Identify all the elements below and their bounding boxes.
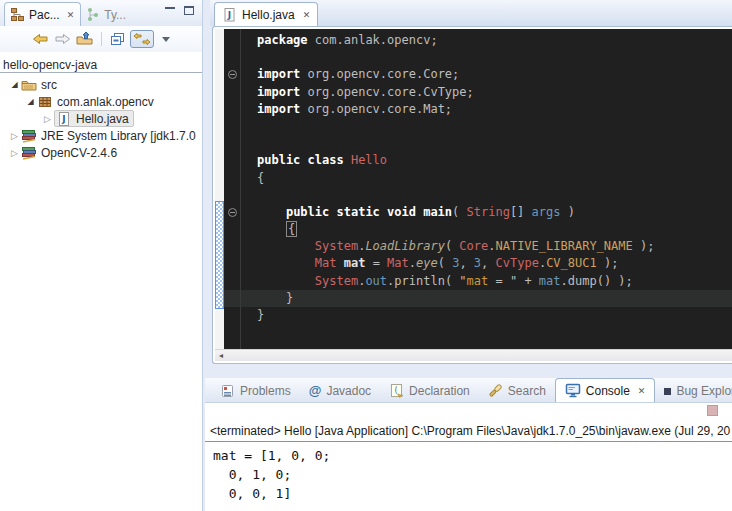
svg-text:J: J [61, 114, 65, 124]
close-icon[interactable]: ✕ [67, 10, 75, 20]
code-line[interactable]: System.LoadLibrary( Core.NATIVE_LIBRARY_… [224, 238, 732, 255]
collapse-arrow-icon[interactable]: ▷ [8, 131, 21, 141]
fold-collapse-icon[interactable] [224, 66, 240, 83]
maximize-icon[interactable] [184, 6, 194, 15]
gutter-cell [224, 135, 240, 152]
forward-button[interactable] [54, 31, 71, 47]
editor-horizontal-scrollbar[interactable]: ◂ [215, 349, 732, 361]
tree-item-label: JRE System Library [jdk1.7.0 [41, 129, 196, 143]
collapse-all-button[interactable] [109, 31, 125, 47]
view-menu-button[interactable] [159, 32, 170, 46]
tab-label: Pac... [29, 8, 60, 22]
fold-collapse-icon[interactable] [224, 204, 240, 221]
close-icon[interactable]: ✕ [638, 386, 646, 396]
javadoc-icon: @ [309, 383, 322, 398]
tab-label: Javadoc [326, 384, 371, 398]
code-editor[interactable]: package com.anlak.opencv;import org.open… [212, 26, 732, 364]
expand-arrow-icon[interactable]: ◢ [24, 97, 37, 106]
code-text: } [240, 307, 264, 324]
library-icon [21, 145, 37, 161]
code-line[interactable] [224, 187, 732, 204]
code-line[interactable]: import org.opencv.core.Mat; [224, 101, 732, 118]
tab-type-hierarchy[interactable]: Ty... [81, 3, 132, 26]
collapse-all-icon [109, 31, 125, 47]
svg-text:J: J [227, 10, 231, 20]
close-icon[interactable]: ✕ [303, 10, 311, 20]
up-button[interactable] [76, 31, 94, 47]
code-line[interactable]: import org.opencv.core.CvType; [224, 84, 732, 101]
problems-icon [220, 383, 235, 398]
gutter-cell [224, 307, 240, 324]
tab-declaration[interactable]: ( Declaration [380, 379, 479, 402]
editor-tab-hello-java[interactable]: J Hello.java ✕ [214, 2, 318, 26]
tree-item-hello-java[interactable]: ▷ J Hello.java [0, 110, 202, 127]
code-line[interactable] [224, 49, 732, 66]
package-explorer-icon [10, 7, 25, 22]
tab-label: Bug Explorer [676, 384, 732, 398]
link-with-editor-button[interactable] [130, 30, 154, 48]
code-text: } [240, 290, 293, 307]
code-text: import org.opencv.core.CvType; [240, 84, 474, 101]
code-line[interactable]: package com.anlak.opencv; [224, 32, 732, 49]
minimize-icon[interactable] [165, 7, 175, 16]
gutter-cell [224, 170, 240, 187]
tree-item-project[interactable]: hello-opencv-java [0, 57, 202, 73]
tab-package-explorer[interactable]: Pac... ✕ [4, 2, 81, 26]
tab-search[interactable]: Search [479, 379, 555, 402]
method-range-indicator [215, 201, 224, 309]
tab-console[interactable]: Console ✕ [555, 378, 656, 402]
tree-item-label: OpenCV-2.4.6 [41, 146, 117, 160]
code-line[interactable]: public static void main( String[] args ) [224, 204, 732, 221]
svg-text:(: ( [395, 386, 398, 395]
tab-label: Declaration [409, 384, 470, 398]
selected-tree-item[interactable]: J Hello.java [54, 110, 134, 127]
gutter-cell [224, 273, 240, 290]
back-button[interactable] [32, 31, 49, 47]
console-output[interactable]: mat = [1, 0, 0; 0, 1, 0; 0, 0, 1] [213, 446, 732, 503]
scroll-left-arrow-icon[interactable]: ◂ [219, 351, 223, 360]
search-icon [488, 383, 503, 398]
gutter-cell [224, 118, 240, 135]
console-view: <terminated> Hello [Java Application] C:… [205, 403, 732, 511]
annotation-ruler[interactable] [215, 29, 224, 349]
back-arrow-icon [32, 31, 49, 47]
tree-item-package[interactable]: ◢ com.anlak.opencv [0, 93, 202, 110]
expand-arrow-icon[interactable]: ◢ [8, 80, 21, 89]
package-folder-icon [21, 77, 37, 93]
project-label: hello-opencv-java [3, 58, 97, 72]
terminate-button[interactable] [707, 405, 718, 416]
code-line[interactable]: System.out.println( "mat = " + mat.dump(… [224, 273, 732, 290]
tree-item-label: src [41, 78, 57, 92]
gutter-cell [224, 238, 240, 255]
code-line-current[interactable]: } [224, 290, 732, 307]
code-line[interactable] [224, 118, 732, 135]
code-line[interactable]: { [224, 221, 732, 238]
collapse-arrow-icon[interactable]: ▷ [8, 148, 21, 158]
code-line[interactable]: { [224, 170, 732, 187]
code-text [240, 135, 257, 152]
tree-item-src[interactable]: ◢ src [0, 76, 202, 93]
tree-item-opencv-library[interactable]: ▷ OpenCV-2.4.6 [0, 144, 202, 161]
java-file-icon: J [222, 7, 237, 22]
code-text: Mat mat = Mat.eye( 3, 3, CvType.CV_8UC1 … [240, 255, 618, 272]
gutter-cell [224, 221, 240, 238]
tab-bug-explorer[interactable]: Bug Explorer [655, 380, 732, 402]
gutter-cell [224, 187, 240, 204]
eclipse-workbench: Pac... ✕ Ty... [0, 0, 732, 511]
code-text: import org.opencv.core.Core; [240, 66, 459, 83]
tab-label: Console [586, 384, 630, 398]
code-text: public static void main( String[] args ) [240, 204, 575, 221]
code-line[interactable] [224, 135, 732, 152]
code-line[interactable]: import org.opencv.core.Core; [224, 66, 732, 83]
tab-javadoc[interactable]: @ Javadoc [300, 379, 380, 402]
code-line[interactable]: Mat mat = Mat.eye( 3, 3, CvType.CV_8UC1 … [224, 255, 732, 272]
code-text-area[interactable]: package com.anlak.opencv;import org.open… [224, 29, 732, 349]
chevron-down-icon [162, 37, 170, 46]
code-line[interactable]: public class Hello [224, 152, 732, 169]
tree-item-jre-library[interactable]: ▷ JRE System Library [jdk1.7.0 [0, 127, 202, 144]
explorer-toolbar [0, 26, 202, 52]
editor-area: J Hello.java ✕ package com.anlak.opencv;… [210, 0, 732, 378]
code-line[interactable]: } [224, 307, 732, 324]
collapse-arrow-icon[interactable]: ▷ [41, 114, 54, 124]
tab-problems[interactable]: Problems [211, 379, 300, 402]
